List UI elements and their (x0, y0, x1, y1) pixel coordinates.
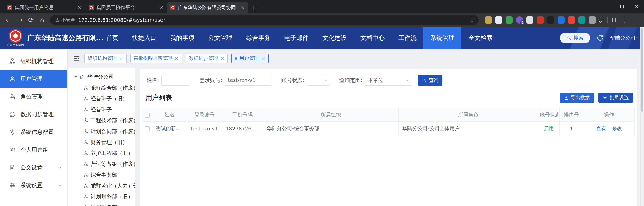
sidebar-item[interactable]: 用户管理 (0, 70, 67, 88)
extensions-puzzle-icon[interactable] (596, 15, 605, 25)
back-button[interactable]: ← (3, 14, 14, 26)
tree-node[interactable]: 经营班子 (68, 104, 135, 115)
security-indicator[interactable]: ⚠ 不安全 (55, 17, 75, 23)
org-unit-icon (83, 118, 88, 123)
nav-item[interactable]: 工作流 (391, 27, 423, 49)
sidebar-item[interactable]: 个人用户组 (0, 141, 67, 159)
minimize-button[interactable]: – (600, 0, 615, 13)
name-filter-input[interactable] (161, 75, 190, 86)
nav-item[interactable]: 综合事务 (239, 27, 277, 49)
tree-node-label: 党群监审（人力）部 (91, 182, 135, 189)
extension-icon[interactable] (537, 16, 544, 24)
new-tab-button[interactable]: + (248, 2, 259, 13)
address-bar[interactable]: ⚠ 不安全 172.29.6.61:20080/#/system/user ☆ (50, 15, 479, 25)
edit-link[interactable]: 修改 (612, 125, 622, 131)
browser-tab[interactable]: 集团员工协作平台 × (85, 2, 167, 13)
reload-button[interactable]: ⟳ (25, 14, 37, 26)
batch-settings-button[interactable]: 批量设置 (598, 93, 633, 103)
export-data-button[interactable]: 导出数据 (560, 93, 594, 103)
current-user[interactable]: 华陆分公司-管 (610, 35, 638, 42)
tab-close-icon[interactable]: × (240, 5, 246, 11)
refresh-icon[interactable] (596, 34, 604, 42)
nav-item[interactable]: 系统管理 (423, 27, 461, 49)
tree-node[interactable]: 工程技术部（作废） (68, 115, 135, 126)
maximize-button[interactable] (615, 0, 629, 13)
scope-filter-select[interactable]: 本单位 (365, 75, 412, 86)
extension-icon[interactable] (568, 16, 575, 24)
tree-node[interactable]: 经营班子（旧） (68, 93, 135, 104)
nav-item[interactable]: 电子邮件 (277, 27, 315, 49)
tab-chip[interactable]: 数据同步管理 × (186, 54, 228, 63)
tab-chip[interactable]: 审批提醒屏蔽管理 × (130, 54, 182, 63)
sidebar-item-label: 角色管理 (20, 93, 43, 100)
tree-node[interactable]: 财务管理（旧） (68, 137, 135, 148)
org-unit-icon (83, 85, 88, 90)
scrollbar-thumb[interactable] (641, 28, 643, 112)
nav-item[interactable]: 全文检索 (461, 27, 499, 49)
tree-node[interactable]: 党群综合部（作废） (68, 82, 135, 93)
extension-icon[interactable] (506, 16, 513, 24)
global-search-button[interactable]: 搜索 (560, 33, 590, 43)
url-text[interactable]: 172.29.6.61:20080/#/system/user (78, 17, 466, 23)
tree-node[interactable]: 综合事务部 (68, 169, 135, 180)
status-filter-select[interactable] (307, 75, 330, 86)
sidebar-item[interactable]: 数据同步管理 (0, 106, 67, 123)
tab-chip[interactable]: 组织机构管理 × (84, 54, 127, 63)
tab-close-icon[interactable]: × (158, 5, 164, 11)
sidebar-item-icon (9, 182, 16, 189)
tree-node[interactable]: 营运筹备组（作废） (68, 158, 135, 169)
extension-icon[interactable] (495, 16, 502, 24)
sidebar-item[interactable]: 系统信息配置 (0, 123, 67, 141)
extension-icon[interactable] (589, 16, 596, 24)
chip-close-icon[interactable]: × (261, 55, 265, 61)
window-controls: – × (600, 0, 644, 13)
tab-close-icon[interactable]: × (77, 5, 83, 11)
chip-close-icon[interactable]: × (174, 55, 179, 61)
sidebar-item[interactable]: 系统设置 (0, 176, 67, 194)
row-checkbox[interactable] (145, 126, 150, 131)
tab-chip[interactable]: 用户管理 × (231, 54, 269, 63)
nav-item[interactable]: 首页 (99, 27, 125, 49)
nav-item[interactable]: 我的事项 (163, 27, 201, 49)
extension-icon[interactable]: 9 (516, 16, 523, 24)
chip-close-icon[interactable]: × (220, 55, 225, 61)
page-title: 用户列表 (146, 93, 172, 102)
tree-node[interactable]: 计划财务部 (68, 202, 135, 206)
tree-caret-icon[interactable] (74, 76, 77, 78)
view-link[interactable]: 查看 (596, 125, 606, 131)
nav-item[interactable]: 公文管理 (201, 27, 239, 49)
logo-emblem-icon (9, 29, 22, 43)
forward-button[interactable]: → (14, 14, 25, 26)
tree-node[interactable]: 养护工程部（旧） (68, 148, 135, 158)
org-unit-icon (83, 194, 88, 199)
browser-tab[interactable]: 集团统一用户管理 × (4, 2, 85, 13)
extension-icon[interactable] (558, 16, 565, 24)
sidebar-item[interactable]: 角色管理 (0, 88, 67, 106)
close-button[interactable]: × (629, 0, 644, 13)
collapse-tree-icon[interactable] (73, 55, 80, 62)
extension-icon[interactable] (485, 16, 492, 24)
list-header: 用户列表 导出数据 批量设置 (146, 93, 633, 103)
home-button[interactable]: ⌂ (37, 14, 48, 26)
sidebar-item[interactable]: 组织机构管理 (0, 52, 67, 70)
sidebar-item[interactable]: 公文设置 (0, 159, 67, 176)
tree-node[interactable]: 党群监审（人力）部 (68, 180, 135, 191)
account-filter-input[interactable]: test-rzn-v1 (225, 75, 272, 86)
chip-close-icon[interactable]: × (119, 55, 123, 61)
side-panel-icon[interactable] (610, 15, 619, 25)
extension-icon[interactable] (526, 16, 533, 24)
tree-node[interactable]: 计划财务部（旧） (68, 191, 135, 202)
bookmark-star-icon[interactable]: ☆ (469, 16, 475, 24)
tree-root-node[interactable]: 华陆分公司 (68, 72, 135, 82)
browser-menu-icon[interactable]: ⋮ (619, 15, 629, 25)
select-all-checkbox[interactable] (145, 113, 150, 118)
nav-item[interactable]: 快捷入口 (125, 27, 163, 49)
nav-item[interactable]: 文化建设 (315, 27, 353, 49)
extension-icon[interactable] (578, 16, 585, 24)
query-button[interactable]: 查询 (418, 75, 442, 86)
tree-node[interactable]: 计划合同部（作废） (68, 126, 135, 137)
nav-item[interactable]: 文档中心 (353, 27, 391, 49)
page-scrollbar[interactable] (640, 27, 644, 206)
extension-icon[interactable] (547, 16, 554, 24)
browser-tab[interactable]: 广东华陆公路有限公司协同 × (167, 2, 248, 13)
